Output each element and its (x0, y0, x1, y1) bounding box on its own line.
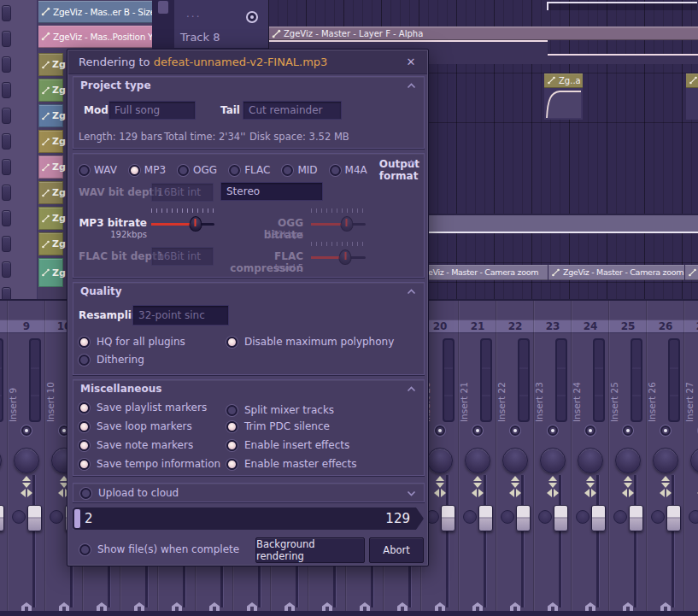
option-hq-all-plugins[interactable]: HQ for all plugins (79, 336, 185, 348)
slider-knob[interactable] (339, 249, 352, 265)
strip-pan-knob[interactable] (653, 448, 678, 473)
strip-mute-led[interactable] (510, 425, 520, 436)
led-indicator[interactable] (79, 402, 90, 414)
format-option-mp3[interactable]: MP3 (129, 164, 166, 176)
strip-mute-led[interactable] (623, 425, 633, 436)
mixer-strip-21[interactable]: 21Insert 21 (459, 301, 496, 616)
option-dithering[interactable]: Dithering (79, 354, 144, 366)
option-save-note-markers[interactable]: Save note markers (79, 439, 193, 451)
option-upload-to-cloud[interactable]: Upload to cloud (80, 487, 179, 499)
strip-stereo-knob[interactable] (463, 510, 477, 524)
picker-clip-size[interactable]: ZgeViz - Mas..er B - Size (38, 1, 152, 23)
strip-leftright-arrows[interactable] (21, 489, 32, 497)
channel-mini-button[interactable] (2, 210, 11, 226)
automation-clip[interactable]: Zg..a (544, 73, 583, 88)
picker-clip-item[interactable]: Zg (38, 258, 63, 287)
strip-fader-handle[interactable] (554, 505, 568, 531)
wav-radio-led[interactable] (79, 165, 90, 176)
led-indicator[interactable] (226, 405, 238, 416)
strip-leftright-arrows[interactable] (434, 489, 446, 497)
channel-mini-button[interactable] (2, 133, 11, 150)
mixer-strip-22[interactable]: 22Insert 22 (496, 301, 534, 616)
picker-clip-item[interactable]: Zg (38, 53, 63, 76)
led-indicator[interactable] (79, 459, 90, 470)
picker-clip-item[interactable]: Zg (38, 104, 63, 127)
strip-pan-knob[interactable] (540, 448, 566, 473)
picker-clip-item[interactable]: Zg (38, 181, 63, 204)
channels-select[interactable]: Stereo (220, 182, 323, 201)
collapse-chevron-icon[interactable] (407, 83, 416, 89)
channel-mini-button[interactable] (2, 236, 11, 252)
picker-clip-item[interactable]: Zg (38, 155, 63, 179)
channel-mini-button[interactable] (2, 159, 11, 175)
strip-updown-arrows[interactable] (511, 476, 519, 488)
strip-leftright-arrows[interactable] (547, 489, 559, 497)
ogg-radio-led[interactable] (178, 165, 189, 176)
collapse-chevron-icon[interactable] (407, 160, 416, 166)
hq-led[interactable] (79, 337, 90, 348)
strip-stereo-knob[interactable] (689, 510, 698, 524)
mid-radio-led[interactable] (282, 165, 293, 176)
strip-fader-handle[interactable] (0, 505, 4, 531)
picker-clip-position-y[interactable]: ZgeViz - Mas..Position Y (38, 26, 152, 48)
picker-clip-item[interactable]: Zg (38, 79, 63, 102)
mixer-strip-25[interactable]: 25Insert 25 (609, 301, 647, 616)
option-save-loop-markers[interactable]: Save loop markers (79, 420, 192, 432)
channel-mini-button[interactable] (2, 5, 11, 21)
mixer-strip-9[interactable]: 9Insert 9 (8, 301, 45, 616)
strip-updown-arrows[interactable] (624, 476, 632, 488)
format-option-m4a[interactable]: M4A (330, 164, 367, 176)
strip-mute-led[interactable] (435, 425, 445, 436)
expand-chevron-down-icon[interactable] (407, 490, 416, 496)
close-icon[interactable]: ✕ (402, 50, 420, 74)
picker-clip-item[interactable]: Zg (38, 130, 63, 153)
strip-fader-handle[interactable] (516, 505, 531, 531)
strip-mute-led[interactable] (548, 425, 558, 436)
mixer-strip-27[interactable]: 27Insert 27 (684, 301, 698, 616)
strip-pan-knob[interactable] (465, 448, 490, 473)
strip-leftright-arrows[interactable] (509, 489, 521, 497)
flac-compression-slider[interactable] (311, 242, 366, 267)
wav-bit-depth-select[interactable]: 16Bit int (151, 183, 214, 202)
strip-updown-arrows[interactable] (548, 476, 557, 488)
strip-updown-arrows[interactable] (436, 476, 444, 488)
strip-pan-knob[interactable] (578, 448, 603, 473)
option-trim-pdc-silence[interactable]: Trim PDC silence (226, 420, 330, 432)
format-option-mid[interactable]: MID (282, 164, 317, 176)
led-indicator[interactable] (79, 421, 90, 432)
led-indicator[interactable] (226, 440, 238, 451)
resampling-select[interactable]: 32-point sinc (132, 305, 229, 326)
upload-led[interactable] (80, 488, 91, 499)
mixer-strip-24[interactable]: 24Insert 24 (572, 301, 609, 616)
flac-bit-depth-select[interactable]: 16Bit int (151, 247, 214, 266)
strip-stereo-knob[interactable] (538, 510, 552, 524)
led-indicator[interactable] (79, 440, 90, 451)
format-option-flac[interactable]: FLAC (229, 164, 270, 176)
camera-zoom-clip-2[interactable]: ZgeViz - Master - Camera zoom (548, 265, 684, 280)
option-disable-max-polyphony[interactable]: Disable maximum polyphony (226, 336, 394, 348)
collapse-chevron-icon[interactable] (407, 289, 416, 295)
strip-pan-knob[interactable] (0, 448, 2, 473)
strip-pan-knob[interactable] (690, 448, 698, 473)
option-show-files-when-complete[interactable]: Show file(s) when complete (79, 543, 239, 555)
format-option-ogg[interactable]: OGG (178, 164, 217, 176)
channel-mini-button[interactable] (2, 261, 11, 278)
camera-zoom-clip-partial[interactable] (685, 265, 698, 280)
upload-to-cloud-section[interactable]: Upload to cloud (73, 483, 425, 502)
strip-updown-arrows[interactable] (586, 476, 595, 488)
tail-select[interactable]: Cut remainder (243, 101, 342, 120)
strip-stereo-knob[interactable] (50, 510, 63, 524)
playlist-scrollbar[interactable] (158, 1, 168, 14)
record-icon[interactable] (246, 11, 258, 23)
track-menu-dots[interactable]: ... (186, 8, 201, 20)
m4a-radio-led[interactable] (330, 165, 341, 176)
strip-leftright-arrows[interactable] (584, 489, 596, 497)
strip-fader-handle[interactable] (441, 505, 455, 531)
camera-zoom-clip-1[interactable]: eViz - Master - Camera zoom (425, 265, 548, 280)
format-option-wav[interactable]: WAV (79, 164, 117, 176)
strip-pan-knob[interactable] (427, 448, 453, 473)
mp3-bitrate-slider[interactable] (151, 208, 214, 234)
channel-mini-button[interactable] (2, 56, 11, 73)
channel-mini-button[interactable] (2, 31, 11, 47)
picker-clip-item[interactable]: Zg (38, 207, 63, 230)
